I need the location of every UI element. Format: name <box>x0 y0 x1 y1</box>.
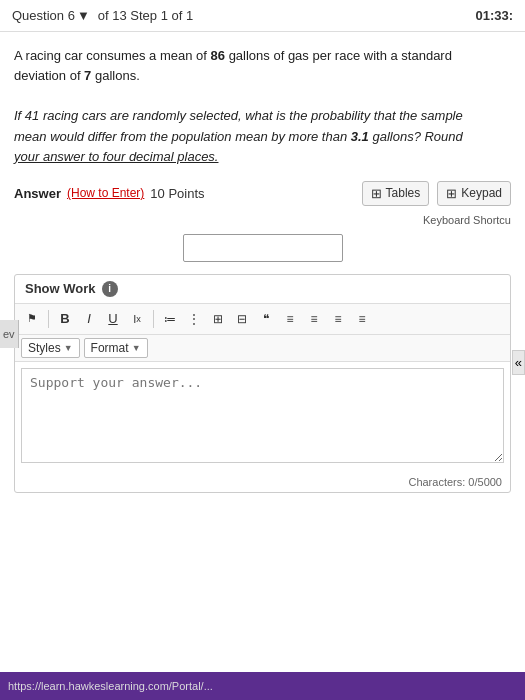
dropdown-arrow-icon: ▼ <box>77 8 90 23</box>
prev-nav-label: ev <box>3 328 15 340</box>
outdent-icon[interactable]: ⊟ <box>231 308 253 330</box>
quote-icon[interactable]: ❝ <box>255 308 277 330</box>
step-info: of 13 Step 1 of 1 <box>98 8 193 23</box>
align-center-icon[interactable]: ≡ <box>303 308 325 330</box>
prev-nav-button[interactable]: ev <box>0 320 19 348</box>
toolbar-row1: ⚑ B I U Ix ≔ ⋮ ⊞ ⊟ ❝ ≡ ≡ ≡ ≡ <box>15 304 510 335</box>
support-answer-textarea[interactable] <box>21 368 504 463</box>
expand-button[interactable]: « <box>512 350 525 375</box>
problem-text: A racing car consumes a mean of 86 gallo… <box>14 46 511 167</box>
answer-left: Answer(How to Enter) 10 Points <box>14 186 205 201</box>
show-work-section: Show Work i ⚑ B I U Ix ≔ ⋮ ⊞ ⊟ ❝ ≡ ≡ <box>14 274 511 493</box>
char-count: Characters: 0/5000 <box>15 472 510 492</box>
text-area-container <box>15 362 510 472</box>
mean-value: 86 <box>211 48 225 63</box>
question-dropdown[interactable]: Question 6 ▼ <box>12 8 90 23</box>
browser-url: https://learn.hawkeslearning.com/Portal/… <box>8 680 213 692</box>
problem-line1-end: gallons of gas per race with a standard <box>225 48 452 63</box>
content-area: A racing car consumes a mean of 86 gallo… <box>0 32 525 672</box>
browser-bar: https://learn.hawkeslearning.com/Portal/… <box>0 672 525 700</box>
bold-button[interactable]: B <box>54 308 76 330</box>
styles-dropdown[interactable]: Styles ▼ <box>21 338 80 358</box>
tables-label: Tables <box>386 186 421 200</box>
strikethrough-button[interactable]: Ix <box>126 308 148 330</box>
format-dropdown-arrow: ▼ <box>132 343 141 353</box>
styles-label: Styles <box>28 341 61 355</box>
keypad-icon: ⊞ <box>446 186 457 201</box>
answer-right: ⊞ Tables ⊞ Keypad <box>362 181 511 206</box>
styles-dropdown-arrow: ▼ <box>64 343 73 353</box>
align-left-icon[interactable]: ≡ <box>279 308 301 330</box>
main-container: Question 6 ▼ of 13 Step 1 of 1 01:33: A … <box>0 0 525 700</box>
problem-line2: deviation of <box>14 68 84 83</box>
problem-line3: If 41 racing cars are randomly selected,… <box>14 108 463 123</box>
top-bar-left: Question 6 ▼ of 13 Step 1 of 1 <box>12 8 193 23</box>
underline-button[interactable]: U <box>102 308 124 330</box>
problem-line4-end: gallons? Round <box>369 129 463 144</box>
diff-value: 3.1 <box>351 129 369 144</box>
answer-header: Answer(How to Enter) 10 Points ⊞ Tables … <box>14 181 511 206</box>
answer-label: Answer <box>14 186 61 201</box>
indent-icon[interactable]: ⊞ <box>207 308 229 330</box>
list-icon-2[interactable]: ⋮ <box>183 308 205 330</box>
keypad-button[interactable]: ⊞ Keypad <box>437 181 511 206</box>
timer: 01:33: <box>475 8 513 23</box>
points-badge: 10 Points <box>150 186 204 201</box>
how-to-enter-link[interactable]: (How to Enter) <box>67 186 144 200</box>
expand-icon: « <box>515 355 522 370</box>
answer-input-box <box>14 234 511 262</box>
problem-line1-start: A racing car consumes a mean of <box>14 48 211 63</box>
align-right-icon[interactable]: ≡ <box>327 308 349 330</box>
flag-icon[interactable]: ⚑ <box>21 308 43 330</box>
show-work-header: Show Work i <box>15 275 510 304</box>
list-icon-1[interactable]: ≔ <box>159 308 181 330</box>
format-dropdown[interactable]: Format ▼ <box>84 338 148 358</box>
keypad-label: Keypad <box>461 186 502 200</box>
problem-line2-end: gallons. <box>91 68 139 83</box>
top-bar: Question 6 ▼ of 13 Step 1 of 1 01:33: <box>0 0 525 32</box>
question-label: Question 6 <box>12 8 75 23</box>
format-row: Styles ▼ Format ▼ <box>15 335 510 362</box>
problem-line5: your answer to four decimal places. <box>14 149 218 164</box>
toolbar-sep2 <box>153 310 154 328</box>
table-icon: ⊞ <box>371 186 382 201</box>
problem-line4: mean would differ from the population me… <box>14 129 351 144</box>
italic-button[interactable]: I <box>78 308 100 330</box>
align-justify-icon[interactable]: ≡ <box>351 308 373 330</box>
keyboard-shortcuts-label: Keyboard Shortcu <box>14 214 511 226</box>
toolbar-sep1 <box>48 310 49 328</box>
answer-input[interactable] <box>183 234 343 262</box>
format-label: Format <box>91 341 129 355</box>
show-work-label: Show Work <box>25 281 96 296</box>
tables-button[interactable]: ⊞ Tables <box>362 181 430 206</box>
info-icon[interactable]: i <box>102 281 118 297</box>
